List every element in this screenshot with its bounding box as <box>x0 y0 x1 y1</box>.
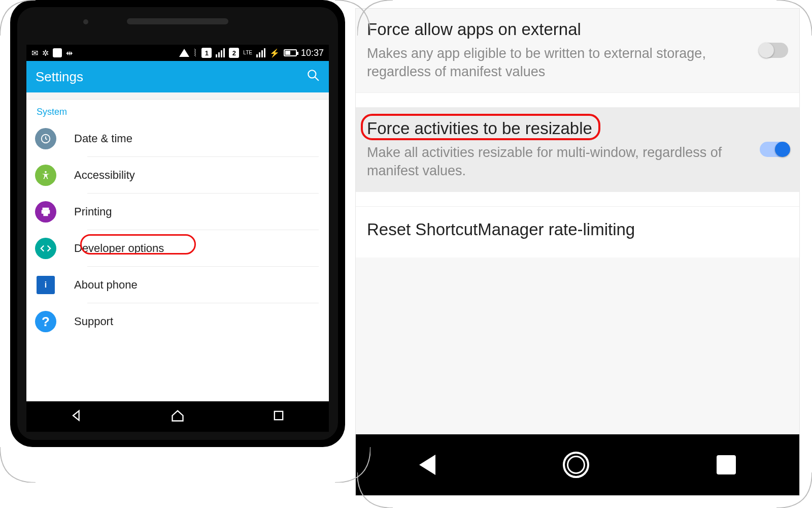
sim-indicator-icon: 1 <box>201 48 212 58</box>
phone-device-frame: ✉ ✲ ⇹ ⦚ 1 2 LTE ⚡ 10:37 <box>10 0 345 447</box>
pref-title: Force activities to be resizable <box>367 119 749 138</box>
phone-screen: ✉ ✲ ⇹ ⦚ 1 2 LTE ⚡ 10:37 <box>26 45 329 432</box>
charging-icon: ⚡ <box>269 48 280 58</box>
list-divider <box>356 192 799 207</box>
printer-icon <box>35 201 56 223</box>
recents-button[interactable] <box>717 455 736 474</box>
recents-button[interactable] <box>272 408 286 425</box>
clock-icon <box>35 128 56 149</box>
wifi-icon <box>179 49 189 57</box>
svg-point-0 <box>308 70 316 78</box>
signal-icon <box>216 48 225 57</box>
developer-icon <box>35 238 56 259</box>
help-icon: ? <box>35 311 56 332</box>
signal-icon <box>256 48 265 57</box>
pref-reset-shortcut-ratelimit[interactable]: Reset ShortcutManager rate-limiting <box>356 207 799 258</box>
settings-item-about-phone[interactable]: i About phone <box>26 267 329 303</box>
aperture-icon: ✲ <box>42 48 49 58</box>
back-button[interactable] <box>70 408 84 425</box>
svg-point-3 <box>45 171 47 173</box>
lte-label: LTE <box>243 50 252 55</box>
svg-rect-7 <box>274 411 282 420</box>
list-divider <box>356 92 799 108</box>
developer-options-panel: Force allow apps on external Makes any a… <box>355 8 800 496</box>
pref-title: Force allow apps on external <box>367 20 749 39</box>
settings-item-support[interactable]: ? Support <box>26 303 329 340</box>
settings-item-label: Accessibility <box>74 169 135 182</box>
search-button[interactable] <box>307 69 320 85</box>
settings-item-label: Printing <box>74 205 112 218</box>
pref-force-resizable[interactable]: Force activities to be resizable Make al… <box>356 108 799 192</box>
svg-rect-6 <box>43 213 48 216</box>
settings-item-developer-options[interactable]: Developer options <box>26 230 329 267</box>
pref-subtitle: Makes any app eligible to be written to … <box>367 44 749 81</box>
svg-line-1 <box>315 77 319 81</box>
pref-subtitle: Make all activities resizable for multi-… <box>367 143 749 180</box>
accessibility-icon <box>35 165 56 186</box>
home-button[interactable] <box>563 452 589 478</box>
home-button[interactable] <box>171 408 185 425</box>
app-bar-title: Settings <box>36 69 83 85</box>
settings-item-label: About phone <box>74 278 138 292</box>
battery-icon <box>284 49 297 56</box>
settings-list[interactable]: System Date & time Accessibility <box>26 92 329 401</box>
system-nav-bar <box>26 401 329 432</box>
alignment-icon: ⇹ <box>66 48 73 58</box>
settings-item-accessibility[interactable]: Accessibility <box>26 157 329 194</box>
status-bar: ✉ ✲ ⇹ ⦚ 1 2 LTE ⚡ 10:37 <box>26 45 329 61</box>
settings-item-printing[interactable]: Printing <box>26 194 329 230</box>
pref-force-allow-external[interactable]: Force allow apps on external Makes any a… <box>356 9 799 92</box>
toggle-switch[interactable] <box>760 142 788 157</box>
settings-item-label: Date & time <box>74 132 132 145</box>
system-nav-bar <box>356 434 799 495</box>
section-header-system: System <box>26 100 329 120</box>
back-button[interactable] <box>419 455 435 475</box>
search-icon <box>307 69 320 82</box>
app-bar: Settings <box>26 61 329 92</box>
camera-dot-icon <box>83 19 88 24</box>
settings-item-label: Developer options <box>74 242 164 255</box>
sim-indicator-icon: 2 <box>229 48 239 58</box>
vibrate-icon: ⦚ <box>193 48 197 57</box>
notification-icon <box>53 48 62 57</box>
earpiece-icon <box>127 18 228 24</box>
clock-text: 10:37 <box>301 48 324 58</box>
settings-item-label: Support <box>74 315 113 328</box>
notification-icon: ✉ <box>31 48 38 58</box>
section-divider <box>26 92 329 100</box>
page-curl-icon <box>0 447 36 483</box>
info-icon: i <box>37 276 55 294</box>
pref-title: Reset ShortcutManager rate-limiting <box>367 220 788 239</box>
svg-rect-4 <box>43 208 49 210</box>
toggle-switch[interactable] <box>760 43 788 58</box>
settings-item-date-time[interactable]: Date & time <box>26 120 329 157</box>
